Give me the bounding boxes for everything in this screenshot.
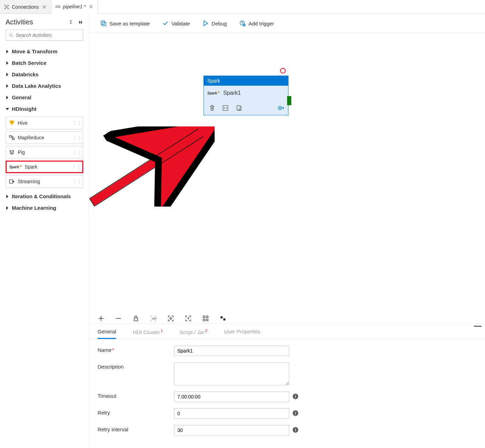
retry-input[interactable] (174, 408, 289, 419)
drag-grip-icon: ⋮⋮ (72, 120, 81, 126)
tab-connections[interactable]: Connections (0, 0, 51, 14)
general-form: Name* Description Timeout i Retry i Retr… (89, 339, 485, 448)
zoom-out-icon[interactable] (115, 315, 122, 322)
pipeline-icon (55, 4, 60, 9)
activity-hive[interactable]: Hive ⋮⋮ (6, 117, 83, 129)
svg-point-10 (11, 153, 13, 154)
lock-icon[interactable] (132, 315, 139, 322)
streaming-icon (9, 178, 15, 185)
svg-rect-28 (203, 316, 205, 318)
drag-grip-icon: ⋮⋮ (72, 149, 81, 155)
tab-pipeline1[interactable]: pipeline1 * (51, 0, 98, 14)
add-trigger-button[interactable]: Add trigger (239, 20, 274, 26)
expand-all-icon[interactable] (67, 19, 74, 26)
sidebar-title: Activities (6, 18, 33, 26)
zoom-fit-icon[interactable] (167, 315, 174, 322)
delete-icon[interactable] (209, 105, 216, 111)
description-label: Description (98, 362, 174, 370)
tab-label: pipeline1 * (63, 4, 86, 9)
close-icon[interactable] (42, 5, 47, 9)
retry-label: Retry (98, 408, 174, 416)
debug-button[interactable]: Debug (202, 20, 227, 26)
category-iteration-conditionals[interactable]: Iteration & Conditionals (6, 191, 83, 202)
zoom-100-icon[interactable]: 100% (150, 315, 157, 322)
spark-icon: Spark✦ (207, 91, 220, 95)
chevron-right-icon (6, 50, 9, 53)
search-input[interactable] (16, 32, 80, 38)
name-input[interactable] (174, 346, 289, 356)
annotation-arrow-icon (86, 126, 215, 207)
check-icon (162, 20, 169, 26)
category-batch-service[interactable]: Batch Service (6, 57, 83, 69)
hive-icon (9, 120, 15, 126)
description-input[interactable] (174, 362, 289, 385)
zoom-in-icon[interactable] (98, 315, 105, 322)
add-output-icon[interactable] (278, 105, 285, 111)
svg-rect-8 (12, 138, 14, 140)
drag-grip-icon: ⋮⋮ (72, 164, 80, 170)
properties-tabs: General HDI Cluster1 Script / Jar2 User … (89, 324, 485, 339)
tab-user-properties[interactable]: User Properties (224, 329, 260, 339)
chevron-right-icon (6, 61, 9, 65)
svg-point-11 (10, 150, 11, 152)
svg-point-2 (5, 8, 6, 9)
validate-button[interactable]: Validate (162, 20, 190, 26)
category-hdinsight[interactable]: HDInsight (6, 103, 83, 115)
collapse-panel-icon[interactable] (76, 19, 83, 26)
activities-sidebar: Activities Move & Transform Batch Servic… (0, 14, 89, 448)
category-databricks[interactable]: Databricks (6, 69, 83, 80)
svg-line-24 (90, 199, 94, 206)
svg-line-23 (94, 137, 203, 206)
activity-pig[interactable]: Pig ⋮⋮ (6, 146, 83, 159)
tab-hdi-cluster[interactable]: HDI Cluster1 (133, 329, 163, 339)
fullscreen-icon[interactable] (185, 315, 192, 322)
info-icon[interactable]: i (293, 427, 298, 433)
tab-script-jar[interactable]: Script / Jar2 (179, 329, 207, 339)
play-icon (202, 20, 209, 26)
trigger-icon (239, 20, 246, 26)
svg-rect-33 (223, 318, 225, 320)
copy-icon[interactable] (235, 105, 242, 111)
info-icon[interactable]: i (293, 394, 298, 399)
category-general[interactable]: General (6, 92, 83, 103)
output-port[interactable] (287, 96, 291, 105)
svg-rect-14 (101, 21, 105, 24)
svg-line-20 (92, 133, 201, 202)
info-icon[interactable]: i (293, 410, 298, 416)
category-move-transform[interactable]: Move & Transform (6, 46, 83, 57)
name-label: Name* (98, 346, 174, 353)
svg-rect-7 (9, 136, 11, 137)
svg-rect-30 (203, 319, 205, 321)
minimize-panel-icon[interactable] (474, 326, 482, 327)
node-name: Spark1 (223, 90, 241, 96)
svg-rect-4 (56, 6, 57, 7)
svg-text:100%: 100% (152, 317, 157, 320)
pipeline-canvas[interactable]: Spark Spark✦ Spark1 (89, 33, 485, 314)
reorder-icon[interactable] (220, 315, 226, 322)
canvas-node-spark[interactable]: Spark Spark✦ Spark1 (203, 76, 288, 115)
chevron-down-icon (6, 107, 9, 111)
activity-mapreduce[interactable]: MapReduce ⋮⋮ (6, 131, 83, 144)
tab-general[interactable]: General (98, 329, 116, 339)
svg-rect-18 (237, 106, 240, 110)
timeout-input[interactable] (174, 392, 289, 402)
auto-align-icon[interactable] (202, 315, 209, 322)
code-icon[interactable] (222, 105, 229, 111)
category-data-lake-analytics[interactable]: Data Lake Analytics (6, 80, 83, 92)
activity-spark[interactable]: Spark✦ Spark ⋮⋮ (6, 161, 83, 173)
status-indicator-icon (280, 68, 286, 74)
svg-rect-13 (9, 180, 13, 183)
activity-streaming[interactable]: Streaming ⋮⋮ (6, 175, 83, 188)
canvas-toolbar: 100% (89, 314, 485, 324)
save-as-template-button[interactable]: Save as template (100, 20, 150, 26)
search-activities[interactable] (6, 30, 83, 41)
svg-rect-32 (221, 316, 223, 318)
retry-interval-input[interactable] (174, 425, 289, 435)
close-icon[interactable] (88, 4, 93, 9)
timeout-label: Timeout (98, 392, 174, 399)
category-machine-learning[interactable]: Machine Learning (6, 202, 83, 214)
mapreduce-icon (9, 134, 15, 141)
svg-point-6 (9, 33, 12, 36)
chevron-right-icon (6, 96, 9, 99)
tab-bar: Connections pipeline1 * (0, 0, 485, 14)
